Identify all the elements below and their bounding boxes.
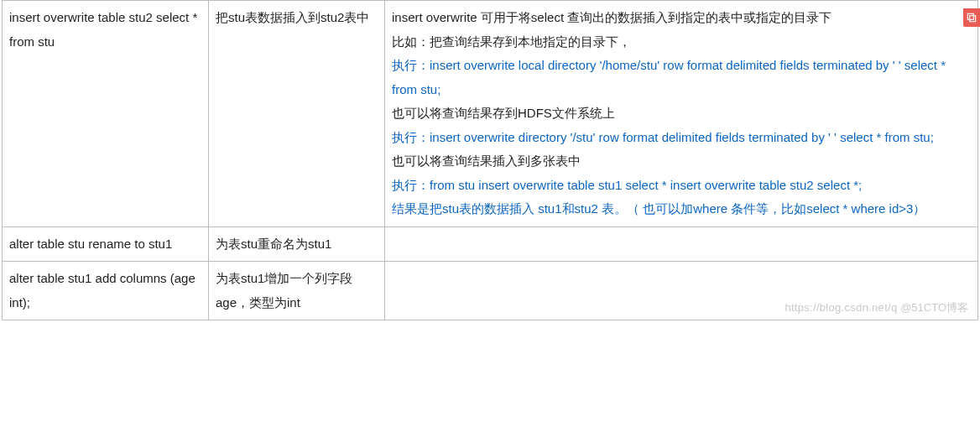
command-cell: alter table stu rename to stu1 xyxy=(3,226,209,262)
description-cell: 为表stu重命名为stu1 xyxy=(209,226,385,262)
explanation-cell xyxy=(385,262,978,320)
explanation-segment: 比如：把查询结果存到本地指定的目录下， xyxy=(392,34,631,49)
description-cell: 把stu表数据插入到stu2表中 xyxy=(209,1,385,227)
table-row: alter table stu1 add columns (age int);为… xyxy=(3,262,978,320)
table-row: alter table stu rename to stu1为表stu重命名为s… xyxy=(3,226,978,262)
explanation-segment: 执行：insert overwrite directory '/stu' row… xyxy=(392,130,934,144)
explanation-line: 执行：insert overwrite directory '/stu' row… xyxy=(392,126,971,150)
sql-reference-table: insert overwrite table stu2 select * fro… xyxy=(2,0,978,320)
explanation-line: 比如：把查询结果存到本地指定的目录下， xyxy=(392,30,971,55)
explanation-segment: 结果是把stu表的数据插入 stu1和stu2 表。（ 也可以加where 条件… xyxy=(392,201,925,216)
explanation-segment: insert overwrite 可用于将select 查询出的数据插入到指定的… xyxy=(392,10,831,24)
explanation-segment: 也可以将查询结果插入到多张表中 xyxy=(392,154,581,168)
explanation-line: 也可以将查询结果存到HDFS文件系统上 xyxy=(392,101,971,126)
svg-rect-1 xyxy=(970,16,976,22)
explanation-segment: 也可以将查询结果存到HDFS文件系统上 xyxy=(392,106,615,120)
explanation-cell xyxy=(385,226,978,262)
command-cell: insert overwrite table stu2 select * fro… xyxy=(3,1,209,227)
explanation-line: 也可以将查询结果插入到多张表中 xyxy=(392,149,971,174)
explanation-line: insert overwrite 可用于将select 查询出的数据插入到指定的… xyxy=(392,6,971,30)
image-overlay-icon xyxy=(963,8,980,27)
explanation-line: 执行：insert overwrite local directory '/ho… xyxy=(392,54,971,101)
explanation-line: 结果是把stu表的数据插入 stu1和stu2 表。（ 也可以加where 条件… xyxy=(392,197,971,221)
explanation-line: 执行：from stu insert overwrite table stu1 … xyxy=(392,174,971,198)
command-cell: alter table stu1 add columns (age int); xyxy=(3,262,209,320)
table-row: insert overwrite table stu2 select * fro… xyxy=(3,1,978,227)
description-cell: 为表stu1增加一个列字段age，类型为int xyxy=(209,262,385,320)
svg-rect-0 xyxy=(967,13,973,19)
explanation-segment: 执行：insert overwrite local directory '/ho… xyxy=(392,58,946,96)
explanation-segment: 执行：from stu insert overwrite table stu1 … xyxy=(392,178,862,192)
explanation-cell: insert overwrite 可用于将select 查询出的数据插入到指定的… xyxy=(385,1,978,227)
